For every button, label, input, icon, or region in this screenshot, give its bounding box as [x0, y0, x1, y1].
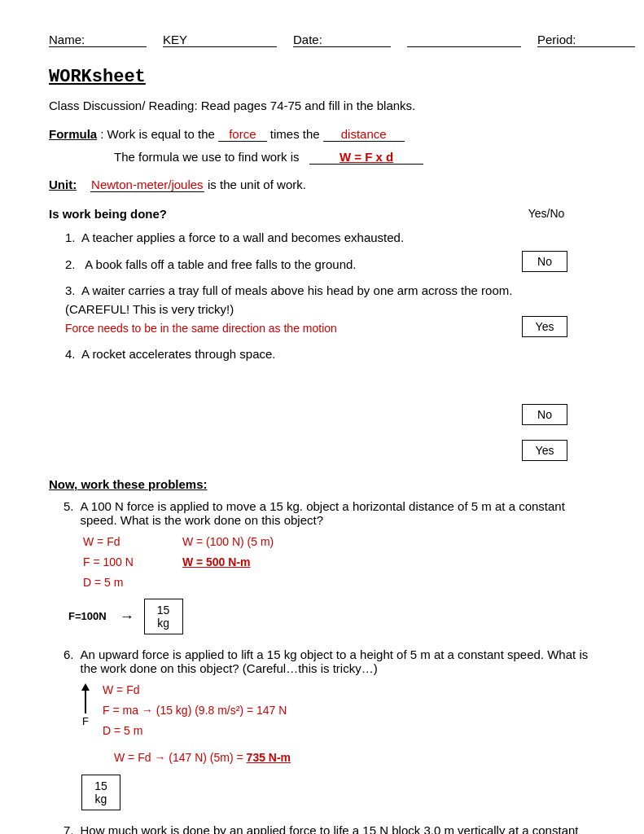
date-value: [407, 33, 521, 47]
formula-text1: : Work is equal to the: [100, 127, 215, 141]
problem-6: 6. An upward force is applied to lift a …: [49, 647, 595, 811]
name-label: Name:: [49, 33, 147, 47]
p6-sol2: W = Fd → (147 N) (5m) = 735 N-m: [114, 748, 595, 768]
p6-sol: W = Fd F = ma → (15 kg) (9.8 m/s²) = 147…: [103, 680, 287, 742]
name-value: KEY: [163, 33, 277, 47]
formula-line: Formula : Work is equal to the force tim…: [49, 127, 595, 142]
q2-text: A book falls off a table and free falls …: [85, 257, 356, 271]
unit-label: Unit:: [49, 178, 77, 191]
box-diagram-6: 15 kg: [81, 775, 595, 810]
p6-sol-l1: W = Fd: [103, 680, 287, 700]
p5-sol-l2: F = 100 N: [83, 552, 134, 573]
unit-line: Unit: Newton-meter/joules is the unit of…: [49, 178, 595, 192]
problem-7: 7. How much work is done by an applied f…: [49, 823, 595, 834]
p5-sol-r2: W = 500 N-m: [182, 552, 274, 573]
p5-sol-l3: D = 5 m: [83, 573, 134, 593]
p5-text: A 100 N force is applied to move a 15 kg…: [81, 499, 595, 527]
answer-box-2: Yes: [522, 316, 567, 337]
q3-num: 3.: [65, 283, 76, 297]
p5-sol-left: W = Fd F = 100 N D = 5 m: [83, 532, 134, 594]
p6-sol-l2: F = ma → (15 kg) (9.8 m/s²) = 147 N: [103, 700, 287, 721]
formula-result-line: The formula we use to find work is W = F…: [114, 150, 595, 165]
date-label: Date:: [293, 33, 391, 47]
page-title: WORKsheet: [49, 67, 595, 87]
box-unit-5: kg: [157, 617, 169, 630]
answer-box-4: Yes: [522, 440, 567, 461]
unit-text: is the unit of work.: [208, 178, 306, 191]
formula-label: Formula: [49, 127, 97, 141]
answer-box-1: No: [522, 251, 567, 272]
arrow-right-icon: →: [120, 609, 134, 624]
box-kg-6: 15 kg: [81, 775, 120, 810]
q1-text: A teacher applies a force to a wall and …: [81, 230, 404, 244]
p5-sol-r1: W = (100 N) (5 m): [182, 532, 274, 552]
force-label-5: F=100N: [68, 610, 107, 622]
problem-5: 5. A 100 N force is applied to move a 15…: [49, 499, 595, 634]
box-unit-6: kg: [95, 792, 107, 805]
q1-num: 1.: [65, 230, 76, 244]
question-4: 4. A rocket accelerates through space.: [49, 345, 522, 364]
f-label-6: F: [82, 715, 89, 727]
p6-num: 6.: [64, 647, 74, 675]
formula-blank1: force: [218, 127, 267, 142]
subtitle: Class Discussion/ Reading: Read pages 74…: [49, 99, 595, 112]
p6-text: An upward force is applied to lift a 15 …: [81, 647, 595, 675]
yes-no-column: Yes/No No Yes No Yes: [522, 207, 595, 464]
upward-arrow-head-icon: [81, 683, 90, 691]
formula-result-value: W = F x d: [309, 150, 423, 165]
formula-text2: times the: [270, 127, 320, 141]
box-diagram-5: 15 kg: [144, 599, 183, 634]
box-val-6: 15: [94, 779, 107, 792]
q3-text: A waiter carries a tray full of meals ab…: [65, 283, 512, 316]
header: Name: KEY Date: Period:: [49, 33, 595, 47]
question-1: 1. A teacher applies a force to a wall a…: [49, 229, 522, 248]
is-work-heading: Is work being done?: [49, 207, 522, 221]
p5-num: 5.: [64, 499, 74, 527]
answer-box-3: No: [522, 404, 567, 425]
q2-num: 2.: [65, 257, 76, 271]
p5-sol-l1: W = Fd: [83, 532, 134, 552]
work-questions-section: Is work being done? 1. A teacher applies…: [49, 207, 522, 372]
p7-text: How much work is done by an applied forc…: [81, 823, 595, 834]
p5-sol-right: W = (100 N) (5 m) W = 500 N-m: [182, 532, 274, 594]
question-2: 2. A book falls off a table and free fal…: [49, 256, 522, 274]
q4-num: 4.: [65, 347, 76, 361]
p6-answer: 735 N-m: [247, 751, 291, 764]
box-val-5: 15: [157, 604, 170, 617]
unit-blank: Newton-meter/joules: [90, 178, 204, 192]
q4-text: A rocket accelerates through space.: [81, 347, 275, 361]
q3-note: Force needs to be in the same direction …: [65, 320, 522, 337]
upward-arrow-diagram: F: [81, 683, 90, 727]
formula-blank2: distance: [323, 127, 405, 142]
question-3: 3. A waiter carries a tray full of meals…: [49, 282, 522, 337]
upward-arrow-shaft: [85, 691, 86, 713]
yes-no-header: Yes/No: [522, 207, 571, 220]
formula-result-text: The formula we use to find work is: [114, 150, 300, 164]
period-label: Period:: [537, 33, 635, 47]
p7-num: 7.: [64, 823, 74, 834]
now-heading: Now, work these problems:: [49, 477, 595, 491]
p6-sol-l3: D = 5 m: [103, 721, 287, 741]
